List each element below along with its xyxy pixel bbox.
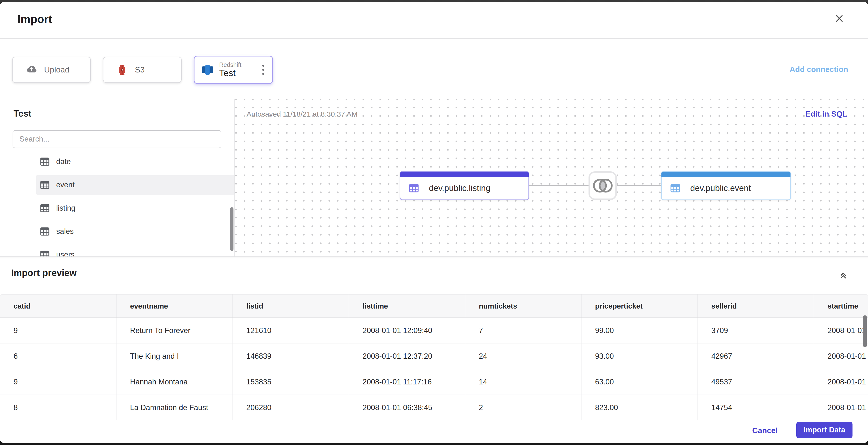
column-header-priceperticket: priceperticket bbox=[581, 295, 698, 318]
column-header-catid: catid bbox=[0, 295, 116, 318]
table-cell: 24 bbox=[465, 344, 581, 369]
collapse-chevrons-icon[interactable] bbox=[837, 268, 850, 282]
table-cell: 63.00 bbox=[581, 369, 698, 394]
table-cell: 6 bbox=[0, 344, 116, 369]
node-accent-bar bbox=[661, 172, 790, 177]
column-header-listid: listid bbox=[232, 295, 349, 318]
table-cell: 2008-01-01 1 bbox=[814, 344, 868, 369]
preview-table: catideventnamelistidlisttimenumticketspr… bbox=[0, 294, 868, 420]
table-scrollbar[interactable] bbox=[863, 315, 867, 347]
table-icon bbox=[39, 203, 51, 214]
connector-line-right bbox=[617, 185, 661, 186]
schema-sidebar: Test dateeventlistingsalesusers bbox=[0, 99, 235, 257]
column-header-starttime: starttime bbox=[814, 295, 868, 318]
upload-cloud-icon bbox=[25, 63, 38, 76]
node-dev-public-listing[interactable]: dev.public.listing bbox=[400, 171, 529, 200]
preview-table-body: 9Return To Forever1216102008-01-01 12:09… bbox=[0, 318, 868, 420]
table-cell: 14754 bbox=[698, 395, 814, 420]
page-title: Import bbox=[18, 12, 52, 26]
dialog-header: Import × bbox=[0, 2, 868, 39]
workspace: Test dateeventlistingsalesusers Autosave… bbox=[0, 99, 868, 257]
column-header-eventname: eventname bbox=[116, 295, 232, 318]
table-cell: 2008-01-01 06:38:45 bbox=[349, 395, 465, 420]
table-cell: 99.00 bbox=[581, 318, 698, 343]
connector-line-left bbox=[529, 185, 589, 186]
source-picker-row: Upload S3 Redshi bbox=[0, 39, 868, 99]
sidebar-scrollbar[interactable] bbox=[230, 207, 234, 251]
table-cell: 42967 bbox=[698, 344, 814, 369]
table-name: sales bbox=[56, 227, 73, 236]
table-cell: 7 bbox=[465, 318, 581, 343]
dialog-footer: Cancel Import Data bbox=[0, 420, 868, 443]
table-row: 9Return To Forever1216102008-01-01 12:09… bbox=[0, 318, 868, 344]
table-icon bbox=[39, 226, 51, 237]
table-cell: Hannah Montana bbox=[116, 369, 232, 394]
table-name: listing bbox=[56, 204, 75, 213]
search-input[interactable] bbox=[12, 130, 221, 148]
redshift-type-label: Redshift bbox=[219, 61, 242, 68]
node-accent-bar bbox=[400, 172, 529, 177]
upload-source-button[interactable]: Upload bbox=[12, 57, 91, 83]
preview-table-header: catideventnamelistidlisttimenumticketspr… bbox=[0, 294, 868, 318]
sidebar-item-users[interactable]: users bbox=[36, 245, 235, 257]
node-label: dev.public.listing bbox=[429, 183, 490, 193]
table-name: date bbox=[56, 157, 71, 166]
table-cell: 9 bbox=[0, 369, 116, 394]
table-cell: 823.00 bbox=[581, 395, 698, 420]
table-cell: 2008-01-01 1 bbox=[814, 395, 868, 420]
connection-title: Test bbox=[13, 109, 31, 119]
table-icon bbox=[39, 249, 51, 257]
column-header-numtickets: numtickets bbox=[465, 295, 581, 318]
kebab-menu-icon[interactable] bbox=[260, 63, 266, 77]
table-cell: 93.00 bbox=[581, 344, 698, 369]
table-cell: 146839 bbox=[232, 344, 349, 369]
table-icon bbox=[408, 182, 420, 194]
column-header-listtime: listtime bbox=[349, 295, 465, 318]
close-icon[interactable]: × bbox=[830, 9, 849, 28]
add-connection-link[interactable]: Add connection bbox=[789, 65, 848, 74]
table-cell: The King and I bbox=[116, 344, 232, 369]
s3-label: S3 bbox=[135, 65, 145, 75]
table-icon bbox=[39, 156, 51, 167]
table-cell: Return To Forever bbox=[116, 318, 232, 343]
redshift-source-button[interactable]: Redshift Test bbox=[194, 56, 273, 84]
sidebar-item-listing[interactable]: listing bbox=[36, 199, 235, 218]
sidebar-item-date[interactable]: date bbox=[36, 152, 235, 171]
table-cell: 9 bbox=[0, 318, 116, 343]
import-data-button[interactable]: Import Data bbox=[796, 422, 852, 438]
table-cell: 2008-01-01 12:37:20 bbox=[349, 344, 465, 369]
table-cell: 49537 bbox=[698, 369, 814, 394]
table-name: event bbox=[56, 181, 74, 189]
table-cell: 206280 bbox=[232, 395, 349, 420]
import-preview-section: Import preview catideventnamelistidlistt… bbox=[0, 257, 868, 443]
import-preview-title: Import preview bbox=[11, 268, 76, 278]
table-icon bbox=[39, 179, 51, 190]
table-cell: 2008-01-01 11:17:16 bbox=[349, 369, 465, 394]
table-cell: 2008-01-01 1 bbox=[814, 369, 868, 394]
edit-in-sql-link[interactable]: Edit in SQL bbox=[806, 110, 847, 119]
table-row: 6The King and I1468392008-01-01 12:37:20… bbox=[0, 344, 868, 369]
table-cell: 3709 bbox=[698, 318, 814, 343]
table-icon bbox=[670, 182, 681, 194]
upload-label: Upload bbox=[44, 65, 69, 75]
sidebar-item-event[interactable]: event bbox=[36, 175, 235, 195]
table-cell: 153835 bbox=[232, 369, 349, 394]
redshift-icon bbox=[201, 63, 214, 77]
sidebar-item-sales[interactable]: sales bbox=[36, 222, 235, 241]
table-cell: 2008-01-01 1 bbox=[814, 318, 868, 343]
cancel-button[interactable]: Cancel bbox=[752, 426, 778, 435]
table-cell: La Damnation de Faust bbox=[116, 395, 232, 420]
table-row: 9Hannah Montana1538352008-01-01 11:17:16… bbox=[0, 369, 868, 395]
s3-source-button[interactable]: S3 bbox=[103, 57, 182, 83]
table-cell: 121610 bbox=[232, 318, 349, 343]
node-dev-public-event[interactable]: dev.public.event bbox=[661, 171, 791, 200]
table-name: users bbox=[56, 250, 74, 257]
autosave-status: Autosaved 11/18/21 at 8:30:37 AM bbox=[247, 110, 358, 118]
s3-icon bbox=[116, 63, 129, 76]
table-cell: 2008-01-01 12:09:40 bbox=[349, 318, 465, 343]
table-cell: 14 bbox=[465, 369, 581, 394]
join-canvas: Autosaved 11/18/21 at 8:30:37 AM Edit in… bbox=[235, 99, 868, 257]
import-dialog: Import × Upload S3 bbox=[0, 2, 868, 443]
node-label: dev.public.event bbox=[690, 183, 751, 193]
join-icon[interactable] bbox=[589, 171, 617, 200]
